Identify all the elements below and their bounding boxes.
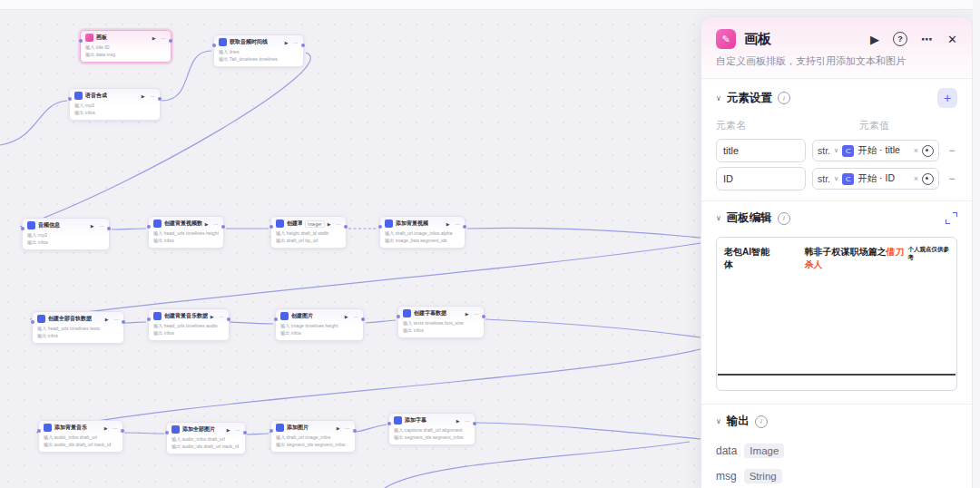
add-element-button[interactable]: + xyxy=(937,88,957,108)
element-name-input[interactable] xyxy=(716,139,806,162)
board-preview[interactable]: 老包AI智能体 韩非子权谋职场篇之借刀杀人 个人观点仅供参考 xyxy=(716,237,957,391)
node-add-caption[interactable]: 添加字幕▶⋯ 输入 captions draft_url alignment 输… xyxy=(388,413,475,445)
node-title: 创建背景视频数据 xyxy=(164,220,202,228)
output-field-name: data xyxy=(716,444,737,457)
remove-element-button[interactable]: − xyxy=(946,144,957,157)
node-caption-data[interactable]: 创建字幕数据▶⋯ 输入 texts timelines font_size 输出… xyxy=(397,306,485,338)
type-select[interactable]: str. xyxy=(818,173,830,184)
node-title: 创建草稿 xyxy=(287,220,302,228)
node-outputs: 输出 infos xyxy=(403,327,479,334)
node-audio-info[interactable]: 音频信息▶⋯ 输入 mp3 输出 infos xyxy=(22,218,110,250)
clear-icon[interactable]: × xyxy=(914,146,918,155)
run-icon[interactable]: ▶ xyxy=(870,33,879,46)
node-title: 添加背景视频 xyxy=(396,220,428,228)
node-more-icon[interactable]: ⋯ xyxy=(236,427,241,433)
node-run-icon[interactable]: ▶ xyxy=(456,418,460,424)
node-icon xyxy=(276,220,284,228)
node-run-icon[interactable]: ▶ xyxy=(205,221,209,227)
node-more-icon[interactable]: ⋯ xyxy=(113,425,119,431)
node-more-icon[interactable]: ⋯ xyxy=(151,93,156,99)
variable-ref-icon: ⊂ xyxy=(842,145,854,157)
node-icon xyxy=(385,220,393,228)
variable-ref-value[interactable]: 开始 · ID xyxy=(858,172,910,185)
close-icon[interactable]: ✕ xyxy=(947,33,957,46)
info-icon: i xyxy=(778,92,790,104)
element-row: str. ∨ ⊂ 开始 · ID × − xyxy=(716,167,957,190)
node-add-bgm[interactable]: 添加背景音乐▶⋯ 输入 audio_infos draft_url 输出 aud… xyxy=(38,420,123,453)
node-more-icon[interactable]: ⋯ xyxy=(456,221,461,227)
remove-element-button[interactable]: − xyxy=(946,172,957,185)
node-add-all-images[interactable]: 添加全部图片▶⋯ 输入 audio_infos draft_url 输出 aud… xyxy=(166,422,246,454)
node-run-icon[interactable]: ▶ xyxy=(466,311,469,317)
node-outputs: 输出 infos xyxy=(74,109,155,116)
section-title: 画板编辑 xyxy=(727,210,772,226)
node-inputs: 输入 audio_infos draft_url xyxy=(172,435,240,443)
chevron-down-icon[interactable]: ∨ xyxy=(716,94,721,102)
node-icon xyxy=(394,416,402,425)
chevron-down-icon[interactable]: ∨ xyxy=(716,214,721,222)
node-more-icon[interactable]: ⋯ xyxy=(475,311,480,317)
node-icon xyxy=(403,309,411,317)
node-run-icon[interactable]: ▶ xyxy=(152,35,156,41)
node-tts[interactable]: 语音合成▶⋯ 输入 mp3 输出 infos xyxy=(69,88,161,121)
section-output: ∨ 输出 i xyxy=(701,405,972,433)
node-outputs: 输出 infos xyxy=(153,237,219,244)
node-more-icon[interactable]: ⋯ xyxy=(466,418,471,424)
node-track-data[interactable]: 创建全部音轨数据▶⋯ 输入 head_urls timelines texts … xyxy=(32,311,124,344)
node-audio-timeline[interactable]: 获取音频时间线▶⋯ 输入 lines 输出 Tail_timelines tim… xyxy=(213,34,304,67)
node-run-icon[interactable]: ▶ xyxy=(211,314,214,319)
node-run-icon[interactable]: ▶ xyxy=(345,314,348,319)
clear-icon[interactable]: × xyxy=(914,174,918,183)
node-inputs: 输入 audio_infos draft_url xyxy=(44,434,118,441)
target-icon[interactable] xyxy=(922,145,934,157)
node-run-icon[interactable]: ▶ xyxy=(446,221,450,227)
node-run-icon[interactable]: ▶ xyxy=(328,221,331,227)
node-run-icon[interactable]: ▶ xyxy=(104,425,108,431)
help-icon[interactable]: ? xyxy=(893,32,907,46)
node-add-bg-video[interactable]: 添加背景视频▶⋯ 输入 draft_url image_infos alpha … xyxy=(379,216,466,249)
node-add-image[interactable]: 添加图片▶⋯ 输入 draft_url image_infos 输出 segme… xyxy=(270,420,356,453)
chevron-down-icon[interactable]: ∨ xyxy=(834,175,838,182)
node-run-icon[interactable]: ▶ xyxy=(285,40,289,45)
node-bg-video-data[interactable]: 创建背景视频数据▶⋯ 输入 head_urls timelines height… xyxy=(148,216,224,249)
chevron-down-icon[interactable]: ∨ xyxy=(834,147,838,154)
node-run-icon[interactable]: ▶ xyxy=(91,223,94,229)
node-more-icon[interactable]: ⋯ xyxy=(114,317,120,322)
node-outputs: 输出 audio_ids draft_url track_id xyxy=(172,443,240,450)
node-more-icon[interactable]: ⋯ xyxy=(162,35,167,41)
node-more-icon[interactable]: ⋯ xyxy=(294,40,299,45)
target-icon[interactable] xyxy=(922,173,934,185)
type-select[interactable]: str. xyxy=(818,145,830,156)
node-config-panel: ✎ 画板 ▶ ? ⋯ ✕ 自定义画板排版，支持引用添加文本和图片 ∨ 元素设置 … xyxy=(701,16,973,488)
node-more-icon[interactable]: ⋯ xyxy=(220,314,225,319)
node-run-icon[interactable]: ▶ xyxy=(142,93,145,99)
node-outputs: 输出 infos xyxy=(27,239,104,246)
node-more-icon[interactable]: ⋯ xyxy=(100,223,105,229)
node-create-image[interactable]: 创建图片▶⋯ 输入 image timelines height 输出 info… xyxy=(275,308,364,341)
section-element-settings: ∨ 元素设置 i + xyxy=(701,79,972,112)
node-icon xyxy=(74,92,83,100)
element-value-group[interactable]: str. ∨ ⊂ 开始 · title × xyxy=(812,140,939,161)
output-field: data Image xyxy=(716,444,957,458)
node-more-icon[interactable]: ⋯ xyxy=(337,221,342,227)
node-more-icon[interactable]: ⋯ xyxy=(354,314,359,319)
node-inputs: 输入 mp3 xyxy=(27,231,104,239)
node-run-icon[interactable]: ▶ xyxy=(227,427,230,433)
fullscreen-icon[interactable] xyxy=(946,212,957,224)
node-board[interactable]: 画板▶⋯ 输入 title ID 输出 data msg xyxy=(80,30,172,63)
node-create-draft[interactable]: 创建草稿Integer▶⋯ 输入 height draft_id width 输… xyxy=(270,216,347,249)
chevron-down-icon[interactable]: ∨ xyxy=(716,417,721,425)
node-icon xyxy=(27,221,35,229)
variable-ref-value[interactable]: 开始 · title xyxy=(858,144,910,157)
node-run-icon[interactable]: ▶ xyxy=(105,317,109,322)
section-title: 元素设置 xyxy=(727,91,772,106)
element-name-input[interactable] xyxy=(716,167,806,190)
node-more-icon[interactable]: ⋯ xyxy=(214,221,220,227)
more-icon[interactable]: ⋯ xyxy=(921,33,934,46)
node-inputs: 输入 captions draft_url alignment xyxy=(394,426,470,434)
element-value-group[interactable]: str. ∨ ⊂ 开始 · ID × xyxy=(812,168,939,190)
node-more-icon[interactable]: ⋯ xyxy=(346,425,351,431)
node-title: 添加图片 xyxy=(287,424,309,432)
node-bgm-data[interactable]: 创建背景音乐数据▶⋯ 输入 head_urls timelines audio … xyxy=(148,308,230,341)
node-run-icon[interactable]: ▶ xyxy=(337,425,340,431)
